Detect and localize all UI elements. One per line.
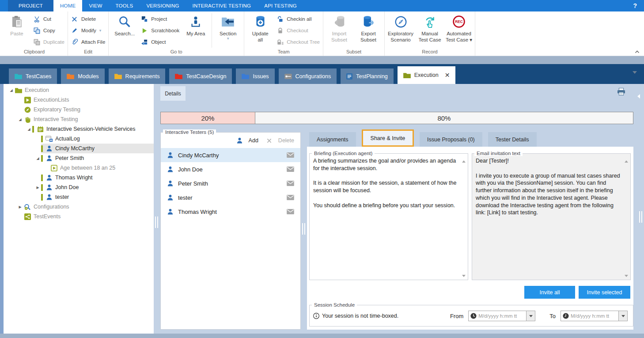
doc-tab-requirements[interactable]: Requirements <box>109 68 166 84</box>
import-subset-button[interactable]: Import Subset <box>325 12 354 49</box>
panel-splitter[interactable] <box>302 223 305 235</box>
update-all-button[interactable]: Update all <box>246 12 275 49</box>
expander-expanded-icon[interactable]: ◢ <box>17 118 23 122</box>
tree-item-execution[interactable]: ◢Execution <box>4 85 154 95</box>
exploratory-scenario-button[interactable]: Exploratory Scenario <box>386 12 415 49</box>
doc-tab-execution[interactable]: Execution✕ <box>398 66 456 84</box>
add-tester-button[interactable]: Add <box>236 137 258 144</box>
tree-item-testevents[interactable]: TestEvents <box>4 212 154 221</box>
close-tab-icon[interactable]: ✕ <box>445 72 450 79</box>
manual-test-case-button[interactable]: Manual Test Case <box>415 12 444 49</box>
doc-tab-issues[interactable]: Issues <box>236 68 274 84</box>
checkin-all-button[interactable]: Checkin all <box>277 14 320 24</box>
details-tab[interactable]: Details <box>160 86 186 101</box>
mail-icon[interactable] <box>287 167 294 172</box>
checkout-tree-button[interactable]: Checkout Tree <box>277 37 320 47</box>
scratchbook-button[interactable]: Scratchbook <box>141 26 179 35</box>
email-invitation-text[interactable]: Dear [Tester]! I invite you to execute a… <box>472 156 630 218</box>
briefing-text[interactable]: A briefing summarizes the goal and/or pr… <box>310 156 468 210</box>
section-button[interactable]: Section▾ <box>213 12 242 49</box>
checkout-button[interactable]: Checkout <box>277 26 320 35</box>
delete-button[interactable]: Delete <box>71 14 105 24</box>
ribbon-tab-interactive-testing[interactable]: INTERACTIVE TESTING <box>186 0 258 11</box>
tree-item-age-between-18-an-25[interactable]: Age between 18 an 25 <box>4 163 154 173</box>
tab-share-invite[interactable]: Share & Invite <box>362 129 414 147</box>
ribbon-tab-versioning[interactable]: VERSIONING <box>140 0 186 11</box>
from-dropdown-button[interactable] <box>526 311 535 321</box>
mail-icon[interactable] <box>287 209 294 214</box>
expander-collapsed-icon[interactable]: ▶ <box>17 205 23 209</box>
my-area-button[interactable]: My Area <box>181 12 210 49</box>
tree-item-configurations[interactable]: ▶Configurations <box>4 202 154 212</box>
tree-item-actuallog[interactable]: ActualLog <box>4 134 154 144</box>
execution-tree-panel: ◢ExecutionExecutionListsExploratory Test… <box>4 84 154 334</box>
collapse-ribbon-icon[interactable] <box>635 50 640 53</box>
tree-item-interactive-testing[interactable]: ◢Interactive Testing <box>4 114 154 124</box>
doc-tab-testcasedesign[interactable]: TestCaseDesign <box>169 68 232 84</box>
tree-item-peter-smith[interactable]: ◢Peter Smith <box>4 153 154 163</box>
tester-row-cindy-mccarthy[interactable]: Cindy McCarthy <box>161 148 300 162</box>
doc-tab-configurations[interactable]: Configurations <box>279 68 337 84</box>
scroll-down-icon[interactable] <box>625 275 628 277</box>
tester-row-tester[interactable]: tester <box>161 190 300 205</box>
tab-issue-proposals-0[interactable]: Issue Proposals (0) <box>420 132 482 147</box>
tester-row-john-doe[interactable]: John Doe <box>161 162 300 176</box>
export-subset-button[interactable]: Export Subset <box>354 12 383 49</box>
invite-all-button[interactable]: Invite all <box>524 286 575 299</box>
tree-item-thomas-wright[interactable]: Thomas Wright <box>4 173 154 182</box>
ribbon-tab-api-testing[interactable]: API TESTING <box>258 0 303 11</box>
object-button[interactable]: Object <box>141 37 179 47</box>
dropdown-caret-icon[interactable]: ▾ <box>99 29 102 33</box>
to-dropdown-button[interactable] <box>618 311 627 321</box>
delete-tester-button[interactable]: Delete <box>265 137 294 144</box>
tab-overflow-caret-icon[interactable] <box>633 71 637 74</box>
cut-button[interactable]: Cut <box>33 14 64 24</box>
tree-item-tester[interactable]: tester <box>4 192 154 202</box>
attach-file-button[interactable]: Attach File <box>71 37 105 47</box>
mail-icon[interactable] <box>287 181 294 186</box>
tester-row-thomas-wright[interactable]: Thomas Wright <box>161 205 300 219</box>
expander-expanded-icon[interactable]: ◢ <box>26 127 32 131</box>
scroll-down-icon[interactable] <box>462 275 466 277</box>
scroll-up-icon[interactable] <box>625 160 628 163</box>
paste-button[interactable]: Paste <box>2 12 31 49</box>
project-button[interactable]: Project <box>141 14 179 24</box>
tree-item-interactive-session-vehicle-services[interactable]: ◢Interactive Session-Vehicle Services <box>4 124 154 134</box>
tree-splitter[interactable] <box>155 216 158 228</box>
expander-expanded-icon[interactable]: ◢ <box>8 88 15 92</box>
tree-item-exploratory-testing[interactable]: Exploratory Testing <box>4 105 154 114</box>
right-splitter[interactable] <box>639 211 642 223</box>
ribbon-tab-home[interactable]: HOME <box>53 0 82 11</box>
tab-assignments[interactable]: Assignments <box>309 132 356 147</box>
ribbon-tab-view[interactable]: VIEW <box>82 0 109 11</box>
mail-icon[interactable] <box>287 152 294 158</box>
from-datetime-picker[interactable]: M/d/yyyy h:mm tt <box>468 311 535 321</box>
ribbon-tab-project[interactable]: PROJECT <box>8 0 53 11</box>
to-datetime-picker[interactable]: M/d/yyyy h:mm tt <box>561 311 628 321</box>
tree-item-john-doe[interactable]: ▶John Doe <box>4 182 154 192</box>
tester-row-peter-smith[interactable]: Peter Smith <box>161 176 300 190</box>
mail-icon[interactable] <box>287 195 294 200</box>
ribbon-tab-tools[interactable]: TOOLS <box>109 0 140 11</box>
delete-icon <box>71 16 78 22</box>
automated-test-case-button[interactable]: RECAutomated Test Case ▾ <box>444 12 474 49</box>
dropdown-caret-icon[interactable]: ▾ <box>227 37 229 41</box>
execution-progress-bar: 20% 80% <box>160 112 633 124</box>
doc-tab-testplanning[interactable]: TestPlanning <box>341 68 394 84</box>
expander-collapsed-icon[interactable]: ▶ <box>34 186 41 190</box>
modify-button[interactable]: Modify▾ <box>71 26 105 35</box>
invite-selected-button[interactable]: Invite selected <box>579 286 630 299</box>
tree-item-cindy-mccarthy[interactable]: Cindy McCarthy <box>4 144 154 153</box>
search-button[interactable]: Search... <box>110 12 139 49</box>
print-icon[interactable] <box>617 88 625 95</box>
tab-tester-details[interactable]: Tester Details <box>488 132 537 147</box>
tree-item-executionlists[interactable]: ExecutionLists <box>4 95 154 105</box>
help-button[interactable]: ? <box>626 0 644 11</box>
collapse-panel-icon[interactable] <box>637 94 640 99</box>
scroll-up-icon[interactable] <box>462 160 466 163</box>
duplicate-button[interactable]: Duplicate <box>33 37 64 47</box>
doc-tab-modules[interactable]: Modules <box>61 68 104 84</box>
expander-expanded-icon[interactable]: ◢ <box>34 156 41 160</box>
copy-button[interactable]: Copy <box>33 26 64 35</box>
doc-tab-testcases[interactable]: TestCases <box>9 68 57 84</box>
